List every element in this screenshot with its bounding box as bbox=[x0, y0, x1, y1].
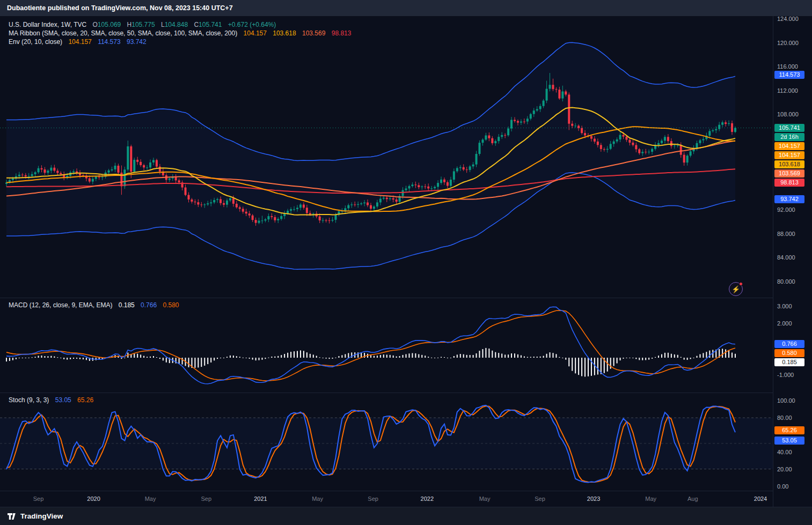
env-band bbox=[6, 42, 735, 269]
price-axis-tick: 88.000 bbox=[777, 230, 795, 238]
env-upper-value: 114.573 bbox=[98, 38, 121, 46]
stoch-d-badge: 65.26 bbox=[774, 426, 804, 434]
sma20-badge: 104.157 bbox=[774, 151, 804, 159]
time-label: Sep bbox=[27, 496, 50, 502]
ohlc-h-value: 105.775 bbox=[131, 21, 155, 28]
ma-ribbon-sma50-value: 103.618 bbox=[273, 29, 296, 37]
ohlc-o-label: O bbox=[93, 21, 98, 28]
time-label: 2022 bbox=[415, 496, 439, 502]
env-upper-badge: 114.573 bbox=[774, 71, 804, 79]
macd-hist-value: 0.185 bbox=[119, 301, 135, 309]
time-label: May bbox=[138, 496, 162, 502]
symbol-title: U.S. Dollar Index, 1W, TVC bbox=[9, 21, 86, 28]
stoch-axis-tick: 20.00 bbox=[777, 465, 792, 473]
time-axis[interactable]: Sep2020MaySep2021MaySep2022MaySep2023May… bbox=[0, 491, 773, 507]
time-label: 2024 bbox=[749, 496, 772, 502]
ohlc-c-label: C bbox=[194, 21, 199, 28]
macd-axis-tick: 3.000 bbox=[777, 302, 792, 310]
macd-line-badge: 0.766 bbox=[774, 340, 804, 348]
macd-legend-row: MACD (12, 26, close, 9, EMA, EMA) 0.185 … bbox=[9, 301, 179, 309]
macd-label: MACD (12, 26, close, 9, EMA, EMA) bbox=[9, 301, 112, 309]
macd-signal-line bbox=[6, 310, 735, 381]
price-axis-tick: 84.000 bbox=[777, 254, 795, 261]
env-lower-value: 93.742 bbox=[127, 38, 147, 46]
main-legend[interactable]: U.S. Dollar Index, 1W, TVC O105.069 H105… bbox=[9, 20, 351, 46]
macd-signal-value: 0.580 bbox=[163, 301, 179, 309]
footer: TradingView bbox=[0, 507, 812, 525]
macd-legend[interactable]: MACD (12, 26, close, 9, EMA, EMA) 0.185 … bbox=[9, 301, 179, 309]
time-label: 2021 bbox=[249, 496, 273, 502]
ohlc-c-value: 105.741 bbox=[199, 21, 222, 28]
sma200-badge: 98.813 bbox=[774, 179, 804, 187]
stoch-label: Stoch (9, 3, 3) bbox=[9, 396, 49, 404]
env-basis-badge: 104.157 bbox=[774, 142, 804, 150]
stoch-axis-tick: 40.00 bbox=[777, 448, 792, 456]
time-label: 2020 bbox=[82, 496, 106, 502]
sma100-badge: 103.569 bbox=[774, 169, 804, 178]
last-price-badge: 105.741 bbox=[774, 124, 804, 132]
price-axis-tick: 120.000 bbox=[777, 39, 799, 47]
price-chart-svg bbox=[0, 16, 773, 507]
price-axis-tick: 116.000 bbox=[777, 63, 798, 70]
brand-name[interactable]: TradingView bbox=[20, 512, 63, 520]
countdown-badge: 2d 16h bbox=[774, 133, 804, 141]
tradingview-logo-icon[interactable] bbox=[7, 512, 17, 521]
lightning-bolt-icon: ⚡ bbox=[731, 286, 740, 293]
change-value: +0.672 (+0.64%) bbox=[228, 21, 276, 28]
env-legend-row: Env (20, 10, close) 104.157 114.573 93.7… bbox=[9, 38, 351, 46]
stoch-legend[interactable]: Stoch (9, 3, 3) 53.05 65.26 bbox=[9, 396, 93, 404]
time-label: Sep bbox=[528, 496, 552, 502]
stoch-legend-row: Stoch (9, 3, 3) 53.05 65.26 bbox=[9, 396, 93, 404]
top-bar: Dubaotiente published on TradingView.com… bbox=[0, 0, 812, 16]
price-axis[interactable]: 124.000120.000116.000112.000108.00092.00… bbox=[773, 16, 812, 507]
time-label: Aug bbox=[681, 496, 705, 502]
env-label: Env (20, 10, close) bbox=[9, 38, 62, 46]
price-axis-tick: 80.000 bbox=[777, 278, 795, 285]
macd-axis-tick: -1.000 bbox=[777, 371, 794, 379]
ma-ribbon-legend-row: MA Ribbon (SMA, close, 20, SMA, close, 5… bbox=[9, 29, 351, 38]
price-axis-tick: 124.000 bbox=[777, 15, 799, 23]
stoch-k-value: 53.05 bbox=[55, 396, 71, 404]
time-label: May bbox=[639, 496, 663, 502]
notification-dot bbox=[739, 282, 743, 286]
env-lower-badge: 93.742 bbox=[774, 195, 804, 203]
macd-signal-badge: 0.580 bbox=[774, 349, 804, 357]
stoch-d-value: 65.26 bbox=[77, 396, 93, 404]
stoch-k-badge: 53.05 bbox=[774, 437, 804, 445]
stoch-axis-tick: 100.00 bbox=[777, 397, 795, 404]
env-basis-value: 104.157 bbox=[68, 38, 91, 46]
macd-hist-badge: 0.185 bbox=[774, 358, 804, 366]
macd-line bbox=[6, 307, 735, 384]
ma-ribbon-sma200-value: 98.813 bbox=[332, 29, 352, 37]
flash-button[interactable]: ⚡ bbox=[729, 282, 743, 296]
ohlc-l-label: L bbox=[161, 21, 165, 28]
ma-ribbon-label: MA Ribbon (SMA, close, 20, SMA, close, 5… bbox=[9, 29, 237, 37]
stoch-axis-tick: 80.00 bbox=[777, 414, 792, 422]
time-label: Sep bbox=[194, 496, 218, 502]
page: { "header": { "publish_text": "Dubaotien… bbox=[0, 0, 812, 525]
time-label: May bbox=[306, 496, 330, 502]
macd-line-value: 0.766 bbox=[141, 301, 157, 309]
publish-text: Dubaotiente published on TradingView.com… bbox=[7, 4, 233, 12]
time-label: May bbox=[473, 496, 496, 502]
stoch-axis-tick: 0.00 bbox=[777, 483, 788, 490]
ohlc-o-value: 105.069 bbox=[98, 21, 121, 28]
sma50-badge: 103.618 bbox=[774, 160, 804, 168]
ma-ribbon-sma100-value: 103.569 bbox=[302, 29, 325, 37]
ohlc-l-value: 104.848 bbox=[165, 21, 188, 28]
time-label: 2023 bbox=[582, 496, 605, 502]
price-axis-tick: 92.000 bbox=[777, 206, 795, 213]
macd-axis-tick: 2.000 bbox=[777, 320, 792, 327]
price-axis-tick: 108.000 bbox=[777, 110, 799, 118]
price-axis-tick: 112.000 bbox=[777, 87, 798, 94]
ohlc-h-label: H bbox=[127, 21, 132, 28]
symbol-legend-row: U.S. Dollar Index, 1W, TVC O105.069 H105… bbox=[9, 20, 351, 29]
time-label: Sep bbox=[361, 496, 385, 502]
chart-canvas[interactable]: U.S. Dollar Index, 1W, TVC O105.069 H105… bbox=[0, 16, 773, 507]
ma-ribbon-sma20-value: 104.157 bbox=[244, 29, 267, 37]
